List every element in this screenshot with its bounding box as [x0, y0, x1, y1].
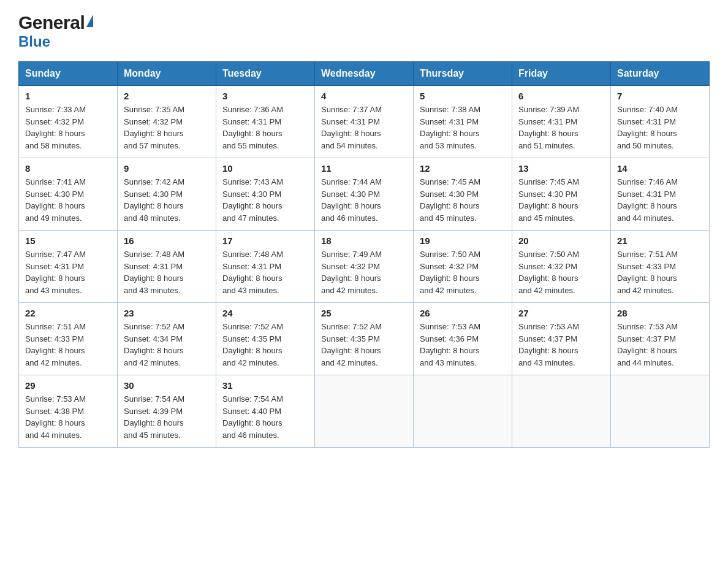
day-number: 31 — [222, 380, 308, 391]
page-header: General Blue — [18, 12, 710, 50]
day-info: Sunrise: 7:52 AMSunset: 4:34 PMDaylight:… — [124, 321, 210, 369]
day-header-tuesday: Tuesday — [216, 62, 315, 86]
calendar-cell — [315, 375, 414, 448]
days-of-week-row: SundayMondayTuesdayWednesdayThursdayFrid… — [19, 62, 710, 86]
calendar-cell — [414, 375, 512, 448]
calendar-cell: 20Sunrise: 7:50 AMSunset: 4:32 PMDayligh… — [512, 231, 611, 303]
calendar-week-2: 8Sunrise: 7:41 AMSunset: 4:30 PMDaylight… — [19, 158, 710, 231]
day-info: Sunrise: 7:33 AMSunset: 4:32 PMDaylight:… — [25, 104, 111, 151]
calendar-cell: 25Sunrise: 7:52 AMSunset: 4:35 PMDayligh… — [315, 303, 414, 375]
calendar-cell: 18Sunrise: 7:49 AMSunset: 4:32 PMDayligh… — [315, 231, 414, 303]
day-info: Sunrise: 7:54 AMSunset: 4:39 PMDaylight:… — [124, 393, 210, 441]
calendar-cell: 9Sunrise: 7:42 AMSunset: 4:30 PMDaylight… — [118, 158, 216, 231]
day-number: 4 — [321, 91, 407, 101]
calendar-cell — [512, 375, 611, 448]
day-header-monday: Monday — [118, 62, 216, 86]
calendar-cell: 26Sunrise: 7:53 AMSunset: 4:36 PMDayligh… — [414, 303, 512, 375]
day-number: 8 — [25, 163, 111, 174]
calendar-cell: 13Sunrise: 7:45 AMSunset: 4:30 PMDayligh… — [512, 158, 611, 231]
calendar-cell: 10Sunrise: 7:43 AMSunset: 4:30 PMDayligh… — [216, 158, 315, 231]
day-info: Sunrise: 7:52 AMSunset: 4:35 PMDaylight:… — [222, 321, 308, 369]
day-number: 17 — [222, 236, 308, 246]
calendar-cell: 11Sunrise: 7:44 AMSunset: 4:30 PMDayligh… — [315, 158, 414, 231]
day-header-wednesday: Wednesday — [315, 62, 414, 86]
day-info: Sunrise: 7:50 AMSunset: 4:32 PMDaylight:… — [420, 248, 506, 296]
day-number: 7 — [617, 91, 703, 101]
calendar-cell: 1Sunrise: 7:33 AMSunset: 4:32 PMDaylight… — [19, 86, 118, 158]
calendar-week-4: 22Sunrise: 7:51 AMSunset: 4:33 PMDayligh… — [19, 303, 710, 375]
day-header-friday: Friday — [512, 62, 611, 86]
day-number: 29 — [25, 380, 111, 391]
day-info: Sunrise: 7:50 AMSunset: 4:32 PMDaylight:… — [518, 248, 604, 296]
calendar-cell: 29Sunrise: 7:53 AMSunset: 4:38 PMDayligh… — [19, 375, 118, 448]
calendar-cell: 15Sunrise: 7:47 AMSunset: 4:31 PMDayligh… — [19, 231, 118, 303]
calendar-header: SundayMondayTuesdayWednesdayThursdayFrid… — [19, 62, 710, 86]
day-info: Sunrise: 7:43 AMSunset: 4:30 PMDaylight:… — [222, 176, 308, 224]
day-info: Sunrise: 7:53 AMSunset: 4:37 PMDaylight:… — [518, 321, 604, 369]
calendar-cell: 4Sunrise: 7:37 AMSunset: 4:31 PMDaylight… — [315, 86, 414, 158]
calendar-cell: 23Sunrise: 7:52 AMSunset: 4:34 PMDayligh… — [118, 303, 216, 375]
day-info: Sunrise: 7:36 AMSunset: 4:31 PMDaylight:… — [222, 104, 308, 151]
calendar-cell: 22Sunrise: 7:51 AMSunset: 4:33 PMDayligh… — [19, 303, 118, 375]
logo: General Blue — [18, 12, 93, 50]
calendar-cell — [611, 375, 710, 448]
day-info: Sunrise: 7:38 AMSunset: 4:31 PMDaylight:… — [420, 104, 506, 151]
logo-triangle-icon — [86, 15, 93, 27]
calendar-cell: 2Sunrise: 7:35 AMSunset: 4:32 PMDaylight… — [118, 86, 216, 158]
calendar-cell: 31Sunrise: 7:54 AMSunset: 4:40 PMDayligh… — [216, 375, 315, 448]
day-info: Sunrise: 7:45 AMSunset: 4:30 PMDaylight:… — [420, 176, 506, 224]
day-number: 25 — [321, 308, 407, 318]
day-info: Sunrise: 7:37 AMSunset: 4:31 PMDaylight:… — [321, 104, 407, 151]
day-number: 22 — [25, 308, 111, 318]
calendar-body: 1Sunrise: 7:33 AMSunset: 4:32 PMDaylight… — [19, 86, 710, 448]
day-info: Sunrise: 7:44 AMSunset: 4:30 PMDaylight:… — [321, 176, 407, 224]
day-number: 9 — [124, 163, 210, 174]
day-number: 21 — [617, 236, 703, 246]
logo-general-text: General — [18, 12, 85, 33]
day-info: Sunrise: 7:47 AMSunset: 4:31 PMDaylight:… — [25, 248, 111, 296]
day-number: 11 — [321, 163, 407, 174]
calendar-cell: 28Sunrise: 7:53 AMSunset: 4:37 PMDayligh… — [611, 303, 710, 375]
calendar-cell: 30Sunrise: 7:54 AMSunset: 4:39 PMDayligh… — [118, 375, 216, 448]
calendar-cell: 12Sunrise: 7:45 AMSunset: 4:30 PMDayligh… — [414, 158, 512, 231]
day-info: Sunrise: 7:52 AMSunset: 4:35 PMDaylight:… — [321, 321, 407, 369]
day-number: 10 — [222, 163, 308, 174]
day-number: 5 — [420, 91, 506, 101]
day-info: Sunrise: 7:48 AMSunset: 4:31 PMDaylight:… — [124, 248, 210, 296]
day-number: 26 — [420, 308, 506, 318]
calendar-table: SundayMondayTuesdayWednesdayThursdayFrid… — [18, 61, 710, 448]
day-info: Sunrise: 7:53 AMSunset: 4:38 PMDaylight:… — [25, 393, 111, 441]
day-header-sunday: Sunday — [19, 62, 118, 86]
day-header-saturday: Saturday — [611, 62, 710, 86]
day-number: 30 — [124, 380, 210, 391]
day-number: 3 — [222, 91, 308, 101]
day-number: 14 — [617, 163, 703, 174]
calendar-cell: 27Sunrise: 7:53 AMSunset: 4:37 PMDayligh… — [512, 303, 611, 375]
calendar-cell: 21Sunrise: 7:51 AMSunset: 4:33 PMDayligh… — [611, 231, 710, 303]
day-number: 18 — [321, 236, 407, 246]
calendar-cell: 8Sunrise: 7:41 AMSunset: 4:30 PMDaylight… — [19, 158, 118, 231]
day-info: Sunrise: 7:53 AMSunset: 4:37 PMDaylight:… — [617, 321, 703, 369]
calendar-cell: 16Sunrise: 7:48 AMSunset: 4:31 PMDayligh… — [118, 231, 216, 303]
calendar-week-5: 29Sunrise: 7:53 AMSunset: 4:38 PMDayligh… — [19, 375, 710, 448]
day-number: 6 — [518, 91, 604, 101]
day-info: Sunrise: 7:51 AMSunset: 4:33 PMDaylight:… — [25, 321, 111, 369]
day-number: 27 — [518, 308, 604, 318]
day-info: Sunrise: 7:40 AMSunset: 4:31 PMDaylight:… — [617, 104, 703, 151]
calendar-cell: 5Sunrise: 7:38 AMSunset: 4:31 PMDaylight… — [414, 86, 512, 158]
day-info: Sunrise: 7:45 AMSunset: 4:30 PMDaylight:… — [518, 176, 604, 224]
calendar-cell: 19Sunrise: 7:50 AMSunset: 4:32 PMDayligh… — [414, 231, 512, 303]
day-number: 24 — [222, 308, 308, 318]
calendar-cell: 17Sunrise: 7:48 AMSunset: 4:31 PMDayligh… — [216, 231, 315, 303]
calendar-cell: 3Sunrise: 7:36 AMSunset: 4:31 PMDaylight… — [216, 86, 315, 158]
calendar-week-1: 1Sunrise: 7:33 AMSunset: 4:32 PMDaylight… — [19, 86, 710, 158]
day-number: 12 — [420, 163, 506, 174]
day-number: 16 — [124, 236, 210, 246]
calendar-cell: 7Sunrise: 7:40 AMSunset: 4:31 PMDaylight… — [611, 86, 710, 158]
day-info: Sunrise: 7:49 AMSunset: 4:32 PMDaylight:… — [321, 248, 407, 296]
day-number: 1 — [25, 91, 111, 101]
day-info: Sunrise: 7:42 AMSunset: 4:30 PMDaylight:… — [124, 176, 210, 224]
day-header-thursday: Thursday — [414, 62, 512, 86]
day-number: 23 — [124, 308, 210, 318]
calendar-cell: 14Sunrise: 7:46 AMSunset: 4:31 PMDayligh… — [611, 158, 710, 231]
